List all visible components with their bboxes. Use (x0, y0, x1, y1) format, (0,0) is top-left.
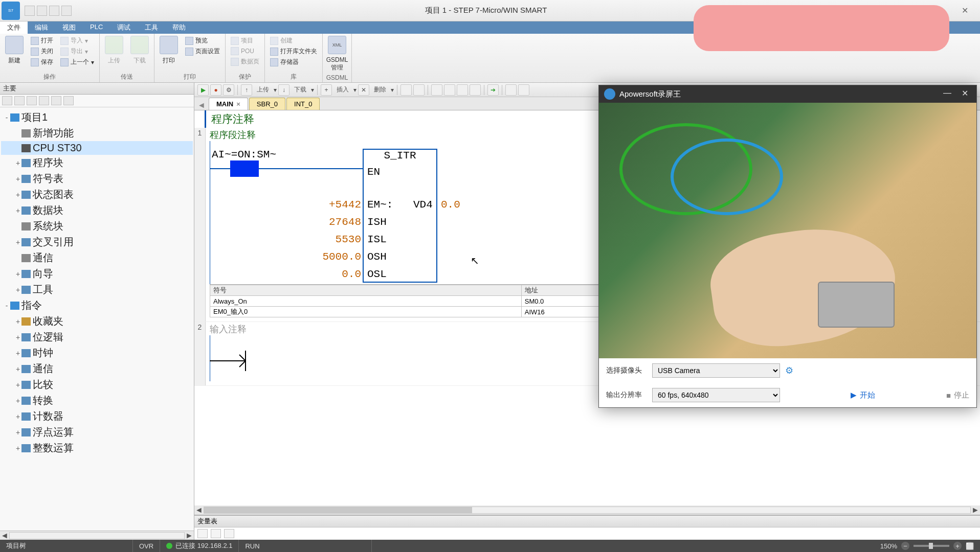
tree-node[interactable]: 通信 (1, 250, 193, 266)
editor-hscroll[interactable]: ◄ ► (194, 505, 980, 515)
tree-node[interactable]: +交叉引用 (1, 234, 193, 250)
tab-sbr0[interactable]: SBR_0 (249, 98, 285, 110)
ribbon-export-button[interactable]: 导出 ▾ (58, 47, 96, 56)
menu-plc[interactable]: PLC (83, 21, 110, 34)
tree-node[interactable]: -项目1 (1, 109, 193, 125)
tab-close-icon[interactable]: × (236, 100, 240, 108)
ribbon-import-button[interactable]: 导入 ▾ (58, 36, 96, 45)
tab-int0[interactable]: INT_0 (286, 98, 320, 110)
tree-node[interactable]: -指令 (1, 297, 193, 313)
vartable-btn-3[interactable] (224, 529, 234, 538)
tree-tb-4[interactable] (39, 96, 49, 105)
tree-node[interactable]: +程序块 (1, 155, 193, 171)
zoom-control[interactable]: 150% − + ⬜ (880, 542, 980, 550)
vartable-btn-1[interactable] (197, 529, 208, 538)
tree-node[interactable]: +计数器 (1, 408, 193, 424)
menu-tools[interactable]: 工具 (138, 21, 165, 34)
ribbon-project-button[interactable]: 项目 (229, 36, 261, 45)
tree-node[interactable]: 系统块 (1, 218, 193, 234)
ribbon-print-button[interactable]: 打印 (158, 36, 180, 65)
overlay-close-button[interactable]: ✕ (958, 88, 971, 100)
menu-edit[interactable]: 编辑 (28, 21, 55, 34)
zoom-fit-icon[interactable]: ⬜ (966, 542, 974, 550)
tree-node[interactable]: +状态图表 (1, 187, 193, 202)
project-tree[interactable]: -项目1新增功能CPU ST30+程序块+符号表+状态图表+数据块系统块+交叉引… (0, 107, 194, 531)
tree-node[interactable]: +符号表 (1, 171, 193, 187)
qat-open-icon[interactable] (37, 6, 47, 16)
etb-go-icon[interactable]: ➔ (487, 84, 499, 96)
zoom-out-icon[interactable]: − (901, 542, 909, 550)
tree-node[interactable]: +浮点运算 (1, 424, 193, 440)
delete-icon[interactable]: ✕ (358, 84, 369, 96)
ribbon-datapage-button[interactable]: 数据页 (229, 57, 261, 66)
tree-node[interactable]: +位逻辑 (1, 329, 193, 345)
ribbon-new-button[interactable]: 新建 (3, 36, 26, 65)
close-button[interactable]: ✕ (953, 5, 976, 17)
ribbon-pagesetup-button[interactable]: 页面设置 (183, 47, 222, 56)
overlay-titlebar[interactable]: Apowersoft录屏王 — ✕ (599, 85, 976, 103)
stop-icon[interactable]: ● (210, 84, 221, 96)
menu-help[interactable]: 帮助 (165, 21, 193, 34)
etb-misc-1[interactable] (400, 84, 412, 96)
ribbon-close-button[interactable]: 关闭 (29, 47, 55, 56)
tree-hscroll[interactable]: ◄► (0, 531, 194, 540)
start-button[interactable]: ▶ 开始 (851, 390, 875, 400)
insert-icon[interactable]: + (321, 84, 332, 96)
etb-misc-7[interactable] (505, 84, 517, 96)
ribbon-preview-button[interactable]: 预览 (183, 36, 222, 45)
tab-main[interactable]: MAIN× (209, 98, 248, 110)
ribbon-prev-button[interactable]: 上一个 ▾ (58, 57, 96, 67)
overlay-minimize-button[interactable]: — (941, 88, 954, 100)
tree-tb-3[interactable] (27, 96, 37, 105)
ribbon-save-button[interactable]: 保存 (29, 57, 55, 67)
ribbon-open-button[interactable]: 打开 (29, 36, 55, 45)
app-icon[interactable]: S7 (2, 2, 20, 20)
ribbon-memory-button[interactable]: 存储器 (268, 57, 319, 67)
tree-tb-6[interactable] (63, 96, 74, 105)
qat-print-icon[interactable] (61, 6, 72, 16)
tree-node[interactable]: +通信 (1, 361, 193, 377)
tree-node[interactable]: +收藏夹 (1, 313, 193, 329)
ribbon-gsdml-button[interactable]: XMLGSDML 管理 (326, 36, 348, 72)
tree-tb-5[interactable] (51, 96, 61, 105)
ribbon-upload-button[interactable]: 上传 (103, 36, 125, 65)
ribbon-download-button[interactable]: 下载 (128, 36, 151, 65)
screen-recorder-window[interactable]: Apowersoft录屏王 — ✕ 选择摄像头 USB Camera ⚙ 输出分… (598, 85, 977, 408)
tree-node[interactable]: 新增功能 (1, 125, 193, 141)
tree-node[interactable]: +向导 (1, 266, 193, 282)
download-icon[interactable]: ↓ (278, 84, 289, 96)
tree-tb-1[interactable] (2, 96, 12, 105)
tree-node[interactable]: +数据块 (1, 202, 193, 218)
vartable-btn-2[interactable] (211, 529, 221, 538)
camera-select[interactable]: USB Camera (652, 363, 780, 378)
qat-new-icon[interactable] (25, 6, 35, 16)
compile-icon[interactable]: ⚙ (223, 84, 234, 96)
etb-misc-5[interactable] (457, 84, 468, 96)
menu-debug[interactable]: 调试 (110, 21, 138, 34)
etb-misc-2[interactable] (413, 84, 425, 96)
tree-node[interactable]: +转换 (1, 393, 193, 408)
stop-button[interactable]: ■ 停止 (946, 390, 969, 400)
etb-misc-3[interactable] (431, 84, 442, 96)
qat-save-icon[interactable] (49, 6, 59, 16)
menu-view[interactable]: 视图 (55, 21, 83, 34)
ladder-diagram[interactable]: AI~=ON:SM~ S_ITR EN +5442 EM~: VD4 0.0 2… (210, 141, 578, 284)
gear-icon[interactable]: ⚙ (785, 365, 793, 376)
ribbon-openlib-button[interactable]: 打开库文件夹 (268, 47, 319, 56)
tree-tb-2[interactable] (14, 96, 25, 105)
etb-misc-4[interactable] (444, 84, 455, 96)
tree-node[interactable]: CPU ST30 (1, 141, 193, 155)
etb-misc-8[interactable] (518, 84, 529, 96)
resolution-select[interactable]: 60 fps, 640x480 (652, 388, 780, 402)
tree-node[interactable]: +时钟 (1, 345, 193, 361)
tree-node[interactable]: +工具 (1, 282, 193, 297)
run-icon[interactable]: ▶ (197, 84, 209, 96)
tree-node[interactable]: +比较 (1, 377, 193, 393)
zoom-in-icon[interactable]: + (953, 542, 962, 550)
etb-misc-6[interactable] (470, 84, 481, 96)
upload-icon[interactable]: ↑ (241, 84, 252, 96)
ribbon-create-button[interactable]: 创建 (268, 36, 319, 45)
zoom-slider[interactable] (914, 545, 949, 547)
menu-file[interactable]: 文件 (0, 21, 28, 34)
ribbon-pou-button[interactable]: POU (229, 47, 261, 56)
